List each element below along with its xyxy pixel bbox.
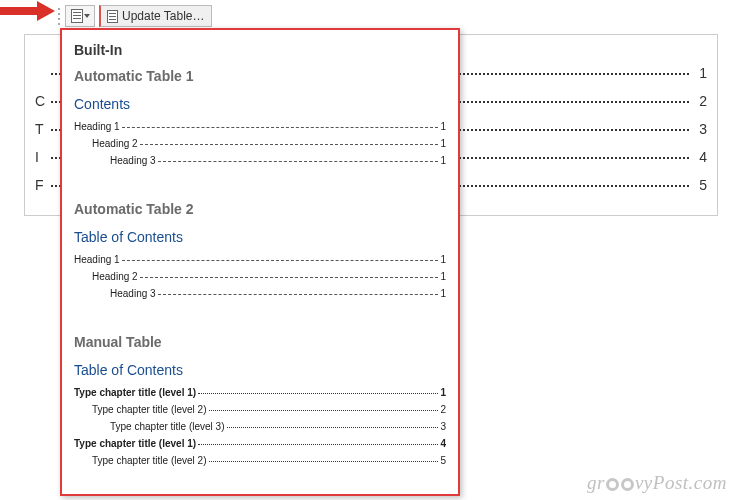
gallery-option-row: Heading 31	[74, 285, 446, 302]
row-page: 2	[440, 401, 446, 418]
doc-toc-label: I	[35, 149, 47, 165]
row-page: 1	[440, 135, 446, 152]
leader-dots	[140, 277, 439, 278]
leader-dots	[158, 161, 439, 162]
row-page: 1	[440, 118, 446, 135]
toc-toolbar: Update Table…	[57, 4, 212, 28]
toc-gallery-dropdown[interactable]: Built-In Automatic Table 1ContentsHeadin…	[60, 28, 460, 496]
row-page: 1	[440, 384, 446, 401]
row-label: Heading 3	[110, 152, 156, 169]
row-label: Heading 2	[92, 268, 138, 285]
doc-toc-label: C	[35, 93, 47, 109]
gallery-option-subtitle: Table of Contents	[74, 362, 446, 378]
leader-dots	[140, 144, 439, 145]
leader-dots	[122, 127, 439, 128]
row-page: 1	[440, 152, 446, 169]
leader-dots	[122, 260, 439, 261]
row-label: Type chapter title (level 2)	[92, 452, 207, 469]
gallery-option-title: Manual Table	[74, 334, 446, 350]
gallery-option-row: Type chapter title (level 2)5	[74, 452, 446, 469]
gallery-option-row: Heading 11	[74, 118, 446, 135]
gallery-option[interactable]: Manual TableTable of ContentsType chapte…	[74, 334, 446, 469]
leader-dots	[209, 461, 439, 462]
update-table-label: Update Table…	[122, 9, 205, 23]
doc-toc-page: 1	[693, 65, 707, 81]
row-page: 1	[440, 285, 446, 302]
row-page: 3	[440, 418, 446, 435]
gallery-option-subtitle: Table of Contents	[74, 229, 446, 245]
gallery-option-row: Heading 21	[74, 135, 446, 152]
gallery-option-row: Heading 11	[74, 251, 446, 268]
doc-toc-page: 5	[693, 177, 707, 193]
doc-toc-page: 2	[693, 93, 707, 109]
leader-dots	[158, 294, 439, 295]
row-label: Type chapter title (level 1)	[74, 384, 196, 401]
chevron-down-icon	[84, 14, 90, 18]
gallery-section-label: Built-In	[74, 42, 446, 58]
gallery-option-row: Type chapter title (level 3)3	[74, 418, 446, 435]
leader-dots	[198, 393, 438, 394]
doc-toc-label: T	[35, 121, 47, 137]
gallery-option-title: Automatic Table 1	[74, 68, 446, 84]
gallery-option[interactable]: Automatic Table 1ContentsHeading 11Headi…	[74, 68, 446, 169]
toc-dropdown-button[interactable]	[65, 5, 95, 27]
row-page: 1	[440, 268, 446, 285]
gallery-option-row: Heading 21	[74, 268, 446, 285]
doc-toc-page: 3	[693, 121, 707, 137]
leader-dots	[227, 427, 439, 428]
watermark: grvyPost.com	[587, 472, 727, 494]
update-table-button[interactable]: Update Table…	[99, 5, 212, 27]
leader-dots	[198, 444, 438, 445]
gallery-option-row: Type chapter title (level 1)4	[74, 435, 446, 452]
doc-toc-label: F	[35, 177, 47, 193]
page-icon	[107, 10, 118, 23]
gallery-option-title: Automatic Table 2	[74, 201, 446, 217]
row-label: Heading 2	[92, 135, 138, 152]
svg-marker-0	[0, 1, 55, 21]
toolbar-grip[interactable]	[57, 6, 63, 26]
gallery-option-row: Type chapter title (level 2)2	[74, 401, 446, 418]
row-label: Type chapter title (level 2)	[92, 401, 207, 418]
row-label: Heading 3	[110, 285, 156, 302]
row-label: Type chapter title (level 1)	[74, 435, 196, 452]
pointer-arrow	[0, 0, 65, 27]
gallery-option-subtitle: Contents	[74, 96, 446, 112]
gallery-option-row: Type chapter title (level 1)1	[74, 384, 446, 401]
gallery-option-row: Heading 31	[74, 152, 446, 169]
page-icon	[71, 9, 83, 23]
row-page: 5	[440, 452, 446, 469]
leader-dots	[209, 410, 439, 411]
row-label: Heading 1	[74, 251, 120, 268]
doc-toc-page: 4	[693, 149, 707, 165]
gallery-option[interactable]: Automatic Table 2Table of ContentsHeadin…	[74, 201, 446, 302]
row-page: 4	[440, 435, 446, 452]
row-page: 1	[440, 251, 446, 268]
row-label: Type chapter title (level 3)	[110, 418, 225, 435]
row-label: Heading 1	[74, 118, 120, 135]
